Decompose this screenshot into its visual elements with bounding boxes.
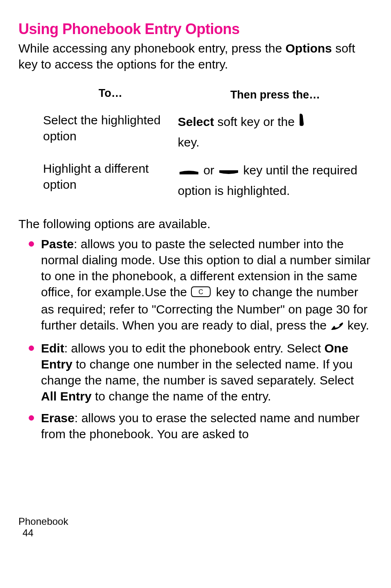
svg-text:C: C <box>198 288 203 295</box>
table-row: Highlight a different option or key unti… <box>18 156 373 205</box>
table-header-row: To… Then press the… <box>18 82 373 108</box>
section-heading: Using Phonebook Entry Options <box>18 21 373 38</box>
footer-page-number: 44 <box>23 527 373 539</box>
bullet-text-2: to change one number in the selected nam… <box>41 357 354 387</box>
page-footer: Phonebook 44 <box>18 516 373 539</box>
table-text-2: key. <box>178 135 200 149</box>
footer-section-name: Phonebook <box>18 516 373 527</box>
bullet-label: Edit <box>41 341 64 355</box>
table-action: Select the highlighted option <box>18 108 178 156</box>
nav-up-icon <box>179 161 199 181</box>
options-table: To… Then press the… Select the highlight… <box>18 82 373 205</box>
call-icon <box>330 318 344 334</box>
c-key-icon: C <box>191 285 211 301</box>
table-keypress: or key until the required option is high… <box>178 156 373 205</box>
list-item: Paste: allows you to paste the selected … <box>41 236 373 334</box>
bullet-text-3: key. <box>344 318 369 332</box>
nav-down-icon <box>218 161 239 181</box>
list-item: Erase: allows you to erase the selected … <box>41 410 373 442</box>
options-list: Paste: allows you to paste the selected … <box>18 236 373 442</box>
all-entry-label: All Entry <box>41 389 91 403</box>
table-text: or <box>200 163 218 177</box>
select-label: Select <box>178 115 214 128</box>
bullet-label: Paste <box>41 237 74 251</box>
table-action: Highlight a different option <box>18 156 178 205</box>
options-label: Options <box>285 41 332 55</box>
table-text: soft key or the <box>214 115 298 128</box>
table-header-to: To… <box>18 82 178 108</box>
table-keypress: Select soft key or the key. <box>178 108 373 156</box>
table-row: Select the highlighted option Select sof… <box>18 108 373 156</box>
list-item: Edit: allows you to edit the phonebook e… <box>41 340 373 404</box>
bullet-text-3: to change the name of the entry. <box>91 389 271 403</box>
bullet-text: : allows you to edit the phonebook entry… <box>64 341 325 355</box>
ok-key-icon <box>298 113 307 133</box>
options-intro: The following options are available. <box>18 217 373 231</box>
bullet-label: Erase <box>41 411 75 425</box>
intro-paragraph: While accessing any phonebook entry, pre… <box>18 40 373 72</box>
intro-text-1: While accessing any phonebook entry, pre… <box>18 41 285 55</box>
bullet-text: : allows you to erase the selected name … <box>41 411 359 441</box>
table-header-then: Then press the… <box>178 82 373 108</box>
